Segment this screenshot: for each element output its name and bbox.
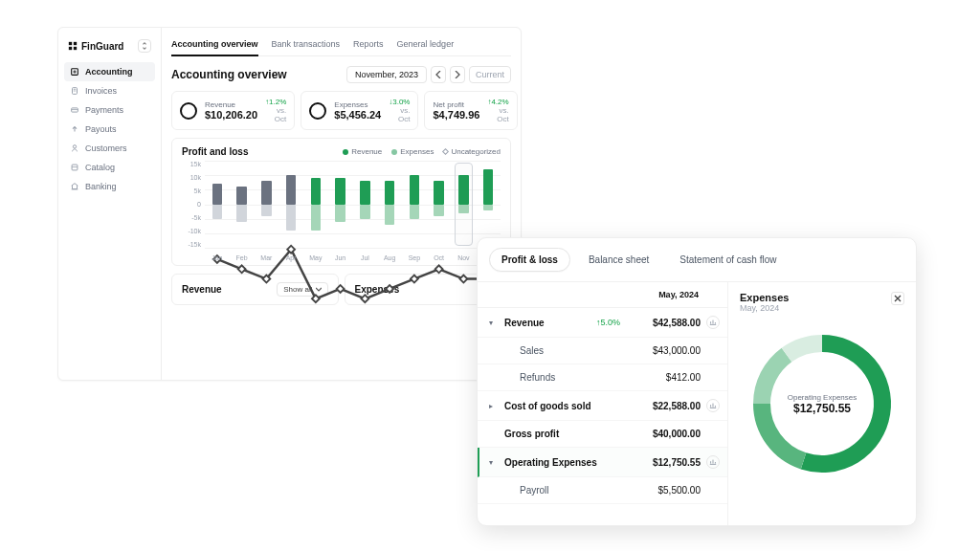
sidebar: FinGuard AccountingInvoicesPaymentsPayou… bbox=[58, 28, 162, 380]
bottom-cards: Revenue Show all Expenses bbox=[171, 274, 511, 305]
row-label: Revenue bbox=[504, 318, 596, 328]
row-label: Operating Expenses bbox=[504, 457, 626, 468]
kpi-net-profit[interactable]: Net profit$4,749.96↑4.2%vs. Oct bbox=[424, 91, 517, 130]
bar-aug[interactable] bbox=[377, 161, 402, 248]
x-tick: Jun bbox=[328, 254, 353, 261]
row-label: Cost of goods sold bbox=[504, 401, 626, 411]
svg-rect-18 bbox=[435, 265, 443, 273]
donut-center-value: $12,750.55 bbox=[788, 402, 858, 415]
bar-jan[interactable] bbox=[205, 161, 230, 248]
statement-panel: Profit & lossBalance sheetStatement of c… bbox=[477, 237, 917, 526]
svg-rect-3 bbox=[74, 47, 77, 50]
x-tick: Mar bbox=[255, 254, 279, 261]
close-button[interactable] bbox=[891, 292, 904, 305]
caret-down-icon[interactable]: ▾ bbox=[489, 458, 499, 467]
caret-down-icon[interactable]: ▾ bbox=[489, 319, 499, 327]
donut-seg-d[interactable] bbox=[787, 343, 822, 355]
tab-reports[interactable]: Reports bbox=[353, 35, 384, 55]
bar-may[interactable] bbox=[303, 161, 328, 248]
pl-row-refunds: Refunds$412.00 bbox=[478, 364, 727, 391]
pl-row-payroll: Payroll$5,500.00 bbox=[478, 477, 727, 504]
tab-general-ledger[interactable]: General ledger bbox=[397, 35, 455, 55]
chevron-down-icon bbox=[316, 287, 322, 293]
donut-title: Expenses bbox=[740, 292, 789, 303]
svg-rect-10 bbox=[238, 265, 246, 273]
x-tick: Jul bbox=[353, 254, 378, 261]
legend-revenue-swatch bbox=[343, 149, 348, 155]
bar-apr[interactable] bbox=[278, 161, 303, 248]
row-value: $42,588.00 bbox=[626, 318, 701, 328]
row-label: Payroll bbox=[504, 485, 626, 496]
bar-jun[interactable] bbox=[328, 161, 353, 248]
kpi-compare: vs. Oct bbox=[265, 106, 286, 123]
sidebar-item-payments[interactable]: Payments bbox=[64, 100, 155, 120]
bar-jul[interactable] bbox=[353, 161, 378, 248]
expenses-breakdown-pane: Expenses May, 2024 Operating Expenses $1… bbox=[728, 282, 916, 526]
kpi-expenses[interactable]: Expenses$5,456.24↓3.0%vs. Oct bbox=[301, 91, 418, 130]
chart-legend: Revenue Expenses Uncategorized bbox=[343, 147, 501, 156]
x-tick: Feb bbox=[230, 254, 255, 261]
caret-right-icon[interactable]: ▸ bbox=[489, 402, 499, 410]
revenue-card[interactable]: Revenue Show all bbox=[171, 274, 339, 305]
brand-icon bbox=[68, 41, 78, 51]
expenses-donut-chart[interactable]: Operating Expenses $12,750.55 bbox=[750, 332, 894, 475]
donut-center-label: Operating Expenses bbox=[788, 393, 858, 402]
row-label: Gross profit bbox=[504, 429, 626, 439]
donut-seg-c[interactable] bbox=[762, 355, 787, 404]
pl-row-cost-of-goods-sold[interactable]: ▸Cost of goods sold$22,588.00 bbox=[478, 391, 727, 421]
bar-oct[interactable] bbox=[427, 161, 452, 248]
tab-bank-transactions[interactable]: Bank transactions bbox=[272, 35, 341, 55]
tab-accounting-overview[interactable]: Accounting overview bbox=[171, 35, 258, 56]
workspace-chevrons-icon[interactable] bbox=[138, 39, 151, 53]
period-month-button[interactable]: November, 2023 bbox=[346, 66, 427, 83]
row-label: Refunds bbox=[504, 372, 626, 383]
sidebar-item-banking[interactable]: Banking bbox=[64, 177, 155, 196]
sidebar-item-label: Banking bbox=[85, 182, 117, 191]
sidebar-item-label: Payments bbox=[85, 105, 123, 115]
kpi-delta: ↑4.2% bbox=[487, 98, 508, 106]
accounting-icon bbox=[70, 67, 79, 77]
kpi-revenue[interactable]: Revenue$10,206.20↑1.2%vs. Oct bbox=[171, 91, 295, 130]
sidebar-item-accounting[interactable]: Accounting bbox=[64, 62, 155, 81]
sidebar-item-payouts[interactable]: Payouts bbox=[64, 120, 155, 139]
sidebar-item-label: Customers bbox=[85, 143, 127, 153]
statement-tab-profit-loss[interactable]: Profit & loss bbox=[489, 248, 570, 272]
sidebar-item-label: Invoices bbox=[85, 86, 117, 96]
x-tick: May bbox=[303, 254, 328, 261]
row-value: $12,750.55 bbox=[626, 457, 701, 468]
row-chart-icon[interactable] bbox=[706, 399, 720, 412]
donut-subtitle: May, 2024 bbox=[740, 303, 789, 313]
show-all-button[interactable]: Show all bbox=[277, 282, 327, 297]
bar-dec[interactable] bbox=[476, 161, 501, 248]
bar-nov[interactable] bbox=[452, 161, 477, 248]
pl-row-gross-profit[interactable]: Gross profit$40,000.00 bbox=[478, 421, 727, 448]
row-chart-icon[interactable] bbox=[706, 455, 720, 469]
profit-loss-chart[interactable]: 15k10k5k0-5k-10k-15k JanFebMarAprMayJunJ… bbox=[182, 161, 501, 261]
accounting-app-window: FinGuard AccountingInvoicesPaymentsPayou… bbox=[57, 27, 522, 381]
period-prev-button[interactable] bbox=[431, 66, 446, 83]
payouts-icon bbox=[70, 124, 79, 134]
workspace-switcher[interactable]: FinGuard bbox=[64, 35, 155, 62]
statement-tab-statement-of-cash-flow[interactable]: Statement of cash flow bbox=[667, 248, 789, 272]
brand-name: FinGuard bbox=[81, 41, 123, 52]
chart-title: Profit and loss bbox=[182, 146, 248, 157]
period-current-button[interactable]: Current bbox=[469, 66, 511, 83]
bar-sep[interactable] bbox=[402, 161, 427, 248]
statement-tab-balance-sheet[interactable]: Balance sheet bbox=[576, 248, 661, 272]
pl-row-sales: Sales$43,000.00 bbox=[478, 338, 727, 364]
bar-mar[interactable] bbox=[255, 161, 279, 248]
donut-center: Operating Expenses $12,750.55 bbox=[788, 393, 858, 415]
banking-icon bbox=[70, 182, 79, 191]
kpi-label: Revenue bbox=[205, 100, 257, 109]
bar-feb[interactable] bbox=[230, 161, 255, 248]
sidebar-item-invoices[interactable]: Invoices bbox=[64, 81, 155, 100]
pl-row-operating-expenses[interactable]: ▾Operating Expenses$12,750.55 bbox=[478, 448, 727, 477]
period-next-button[interactable] bbox=[450, 66, 465, 83]
sidebar-item-customers[interactable]: Customers bbox=[64, 139, 155, 158]
main-content: Accounting overviewBank transactionsRepo… bbox=[162, 28, 521, 380]
row-chart-icon[interactable] bbox=[706, 316, 720, 329]
row-value: $40,000.00 bbox=[626, 429, 701, 439]
sidebar-item-catalog[interactable]: Catalog bbox=[64, 158, 155, 177]
kpi-delta: ↓3.0% bbox=[389, 98, 410, 106]
pl-row-revenue[interactable]: ▾Revenue↑5.0%$42,588.00 bbox=[478, 308, 727, 338]
